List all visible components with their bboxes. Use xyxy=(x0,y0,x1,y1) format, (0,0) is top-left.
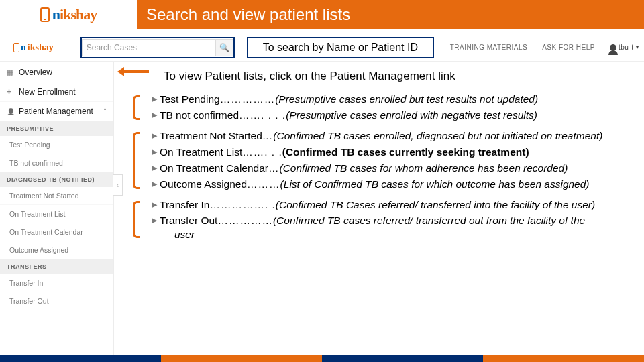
row-treatment-not-started: ▶ Treatment Not Started … (Confirmed TB … xyxy=(152,129,640,143)
row-label: TB not confirmed xyxy=(160,109,239,123)
search-callout: To search by Name or Patient ID xyxy=(247,37,434,58)
bracket-icon xyxy=(133,201,140,239)
triangle-icon: ▶ xyxy=(152,131,157,145)
triangle-icon: ▶ xyxy=(152,163,157,177)
row-label: Transfer Out xyxy=(160,214,217,228)
user-menu[interactable]: tbu-t ▾ xyxy=(610,44,639,51)
chevron-up-icon: ˄ xyxy=(103,107,107,115)
sidebar-sub-transfer-in[interactable]: Transfer In xyxy=(0,274,113,292)
row-label: On Treatment List xyxy=(160,145,242,160)
sidebar-sub-transfer-out[interactable]: Transfer Out xyxy=(0,292,113,310)
sidebar-sub-on-treatment-calendar[interactable]: On Treatment Calendar xyxy=(0,223,113,241)
group-transfers: ▶ Transfer In ……………. . (Confirmed TB Cas… xyxy=(126,198,640,241)
row-on-treatment-list: ▶ On Treatment List ……. . . (Confirmed T… xyxy=(152,145,640,160)
triangle-icon: ▶ xyxy=(152,215,157,229)
row-label: On Treatment Calendar xyxy=(160,162,268,176)
row-dots: ……………. . xyxy=(209,198,275,213)
triangle-icon: ▶ xyxy=(152,110,157,124)
chevron-down-icon: ▾ xyxy=(636,44,639,50)
sidebar-section-diagnosed: DIAGNOSED TB (NOTIFIED) xyxy=(0,172,113,187)
group-diagnosed: ▶ Treatment Not Started … (Confirmed TB … xyxy=(126,129,640,192)
arrow-left-icon xyxy=(113,67,149,76)
sidebar-sub-test-pending[interactable]: Test Pending xyxy=(0,136,113,154)
search-button[interactable]: 🔍 xyxy=(216,39,233,56)
sidebar-item-overview[interactable]: Overview xyxy=(0,63,113,82)
triangle-icon: ▶ xyxy=(152,200,157,214)
row-on-treatment-calendar: ▶ On Treatment Calendar … (Confirmed TB … xyxy=(152,162,640,176)
page-title: Search and view patient lists xyxy=(138,0,644,29)
sidebar-label: Overview xyxy=(19,68,52,77)
row-desc: (Confirmed TB cases referred/ transferre… xyxy=(273,214,585,228)
row-label: Treatment Not Started xyxy=(160,129,262,143)
triangle-icon: ▶ xyxy=(152,179,157,193)
plus-icon xyxy=(7,87,15,95)
row-dots: … xyxy=(262,129,274,143)
row-desc: (Confirmed TB cases currently seeking tr… xyxy=(282,145,529,160)
user-icon xyxy=(610,44,616,51)
row-outcome-assigned: ▶ Outcome Assigned ……… (List of Confirme… xyxy=(152,178,640,192)
row-desc: (Presumptive cases enrolled but test res… xyxy=(275,93,538,107)
sidebar-section-transfers: TRANSFERS xyxy=(0,259,113,274)
row-transfer-in: ▶ Transfer In ……………. . (Confirmed TB Cas… xyxy=(152,198,640,213)
user-label: tbu-t xyxy=(619,44,634,51)
brand-logo: nikshay xyxy=(0,0,138,29)
sidebar-item-patient-management[interactable]: Patient Management ˄ xyxy=(0,102,113,121)
sidebar-item-new-enrollment[interactable]: New Enrollment xyxy=(0,82,113,102)
sidebar-section-presumptive: PRESUMPTIVE xyxy=(0,121,113,136)
sidebar-sub-on-treatment-list[interactable]: On Treatment List xyxy=(0,205,113,223)
row-label: Test Pending xyxy=(160,93,220,107)
search-input[interactable]: Search Cases xyxy=(82,39,216,56)
sidebar-sub-tb-not-confirmed[interactable]: TB not confirmed xyxy=(0,154,113,172)
triangle-icon: ▶ xyxy=(152,147,157,161)
row-tb-not-confirmed: ▶ TB not confirmed ……. . . . (Presumptiv… xyxy=(152,109,640,123)
nav-help[interactable]: ASK FOR HELP xyxy=(542,44,595,51)
mini-logo: nikshay xyxy=(13,42,54,53)
row-dots: ……. . . xyxy=(242,145,282,160)
patient-mgmt-hint: To view Patient lists, click on the Pati… xyxy=(164,70,640,83)
person-icon xyxy=(7,107,15,115)
footer-stripe xyxy=(0,355,644,362)
app-header: nikshay Search Cases 🔍 To search by Name… xyxy=(0,34,644,62)
grid-icon xyxy=(7,68,15,76)
search-icon: 🔍 xyxy=(219,43,229,52)
row-dots: ……. . . . xyxy=(239,109,286,123)
sidebar-sub-treatment-not-started[interactable]: Treatment Not Started xyxy=(0,187,113,205)
row-label: Outcome Assigned xyxy=(160,178,247,192)
row-desc: (Confirmed TB cases enrolled, diagnosed … xyxy=(273,129,602,143)
row-test-pending: ▶ Test Pending …………… (Presumptive cases … xyxy=(152,93,640,107)
sidebar-label: Patient Management xyxy=(19,107,93,116)
sidebar-label: New Enrollment xyxy=(19,87,76,97)
sidebar: Overview New Enrollment Patient Manageme… xyxy=(0,62,114,355)
row-desc: (List of Confirmed TB cases for which ou… xyxy=(280,178,590,192)
search-callout-frame: Search Cases 🔍 xyxy=(80,37,235,58)
nav-training[interactable]: TRAINING MATERIALS xyxy=(450,44,528,51)
row-transfer-out-tail: user xyxy=(174,229,640,241)
bracket-icon xyxy=(133,132,140,189)
row-dots: …………… xyxy=(217,214,273,228)
row-dots: …………… xyxy=(220,93,276,107)
row-desc: (Confirmed TB cases for whom adherence h… xyxy=(279,162,568,176)
phone-icon xyxy=(40,7,50,22)
row-transfer-out: ▶ Transfer Out …………… (Confirmed TB cases… xyxy=(152,214,640,228)
row-dots: ……… xyxy=(247,178,280,192)
group-presumptive: ▶ Test Pending …………… (Presumptive cases … xyxy=(126,93,640,123)
content-pane: To view Patient lists, click on the Pati… xyxy=(114,62,644,355)
triangle-icon: ▶ xyxy=(152,94,157,108)
row-desc: (Confirmed TB Cases referred/ transferre… xyxy=(276,198,595,213)
row-desc: (Presumptive cases enrolled with negativ… xyxy=(286,109,537,123)
sidebar-sub-outcome-assigned[interactable]: Outcome Assigned xyxy=(0,241,113,259)
row-dots: … xyxy=(268,162,280,176)
bracket-icon xyxy=(133,95,140,120)
row-label: Transfer In xyxy=(160,198,209,213)
